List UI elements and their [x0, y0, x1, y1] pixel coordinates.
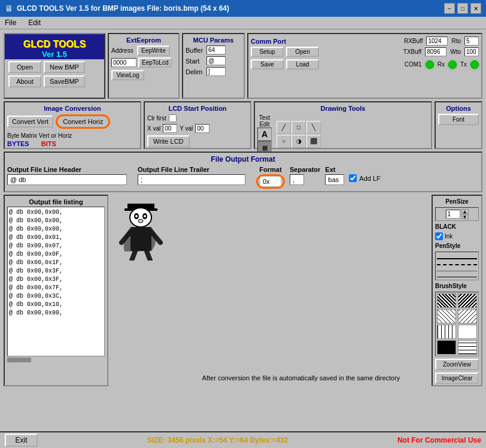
scrollbar-thumb: [7, 358, 31, 362]
brush-8[interactable]: [458, 340, 477, 355]
new-bmp-button[interactable]: New BMP: [44, 61, 85, 73]
listing-box[interactable]: @ db 0x00,0x00,@ db 0x00,0x00,@ db 0x00,…: [7, 207, 105, 356]
eep-to-lcd-button[interactable]: EepToLcd: [138, 57, 172, 68]
pen-size-up[interactable]: ▲: [461, 209, 469, 214]
pen-size-input[interactable]: [446, 210, 460, 219]
view-log-button[interactable]: ViewLog: [111, 70, 144, 80]
img-conv-title: Image Conversion: [7, 105, 138, 112]
style-thin[interactable]: [437, 273, 477, 277]
brush-style-box: [435, 292, 479, 356]
black-label: BLACK: [435, 223, 479, 230]
tx-buff-label: TXBuff: [403, 49, 421, 55]
bits-label: BITS: [41, 140, 56, 147]
open-button[interactable]: Open: [8, 61, 41, 73]
tool-grid: ╱ □ ╲ ○ ◑ ⬛: [277, 121, 321, 148]
svg-point-7: [138, 219, 143, 223]
rto-label: Rto: [451, 38, 461, 44]
convert-horiz-button[interactable]: Convert Horiz: [59, 117, 107, 126]
brush-7[interactable]: [437, 340, 456, 355]
eep-write-button[interactable]: EepWrite: [137, 46, 170, 56]
lcd-start-title: LCD Start Position: [147, 105, 248, 112]
svg-line-11: [132, 251, 135, 261]
brush-2[interactable]: [458, 293, 477, 308]
brush-3[interactable]: [437, 309, 456, 323]
clr-first-checkbox[interactable]: [169, 114, 177, 122]
wto-input[interactable]: [464, 47, 479, 56]
svg-point-6: [144, 215, 146, 217]
list-item: @ db 0x00,0x01,: [9, 234, 103, 242]
image-conversion-panel: Image Conversion Convert Vert Convert Ho…: [4, 101, 141, 149]
output-listing-panel: Output file listing @ db 0x00,0x00,@ db …: [4, 195, 108, 386]
y-val-label: Y val: [180, 125, 193, 132]
minimize-button[interactable]: −: [444, 3, 455, 14]
write-lcd-button[interactable]: Write LCD: [147, 135, 190, 147]
separator-input[interactable]: [290, 174, 304, 185]
file-output-title: File Output Format: [7, 155, 479, 164]
pen-size-down[interactable]: ▼: [461, 214, 469, 219]
x-val-input[interactable]: [163, 124, 177, 133]
tx-buff-input[interactable]: [425, 47, 446, 56]
save-button[interactable]: Save: [251, 59, 284, 69]
convert-vert-button[interactable]: Convert Vert: [7, 116, 53, 128]
style-solid[interactable]: [437, 255, 477, 259]
brush-1[interactable]: [437, 293, 456, 308]
buffer-input[interactable]: [206, 46, 226, 55]
tool-pencil[interactable]: ╱: [277, 121, 291, 134]
save-bmp-button[interactable]: SaveBMP: [44, 75, 85, 87]
edit-tool-label: Edit: [257, 121, 272, 128]
tool-rect[interactable]: □: [291, 121, 306, 134]
list-item: @ db 0x00,0x00,: [9, 208, 103, 217]
spy-image: [119, 201, 163, 261]
brush-6[interactable]: [458, 325, 477, 339]
main-content: GLCD TOOLS Ver 1.5 Open New BMP About Sa…: [0, 29, 486, 390]
about-button[interactable]: About: [8, 75, 41, 87]
address-label: Address: [111, 47, 135, 54]
status-watermark: Not For Commercial Use: [397, 436, 481, 444]
trailer-input[interactable]: [138, 174, 245, 185]
load-button[interactable]: Load: [286, 59, 319, 69]
rto-input[interactable]: [464, 37, 479, 46]
setup-button[interactable]: Setup: [251, 47, 284, 57]
format-input[interactable]: [260, 177, 281, 186]
zoom-view-button[interactable]: ZoomView: [435, 359, 479, 370]
menu-file[interactable]: File: [2, 18, 19, 28]
brush-4[interactable]: [458, 309, 477, 323]
brush-5[interactable]: [437, 325, 456, 339]
tool-line[interactable]: ╲: [306, 121, 321, 134]
menu-bar: File Edit: [0, 17, 486, 29]
delim-input[interactable]: [206, 67, 226, 76]
byte-matrix-label: Byte Matrix Vert or Horiz: [7, 132, 138, 139]
header-label: Output File Line Header: [7, 166, 133, 173]
close-button[interactable]: ✕: [470, 3, 481, 14]
y-val-input[interactable]: [195, 124, 209, 133]
brush-style-label: BrushStyle: [435, 283, 479, 289]
delim-label: Delim: [186, 68, 205, 75]
tool-fill[interactable]: ◑: [291, 135, 306, 148]
header-input[interactable]: [7, 174, 127, 185]
style-dot[interactable]: [437, 267, 477, 271]
image-clear-button[interactable]: ImageClear: [435, 373, 479, 384]
tool-eraser[interactable]: ⬛: [306, 135, 321, 148]
ink-checkbox[interactable]: [435, 232, 443, 240]
ext-eeprom-panel: ExtEeprom Address EepWrite EepToLcd View…: [108, 33, 180, 99]
add-lf-checkbox[interactable]: [349, 174, 357, 182]
rx-buff-input[interactable]: [426, 37, 448, 46]
list-item: @ db 0x00,0x0F,: [9, 250, 103, 259]
tool-circle[interactable]: ○: [277, 135, 291, 148]
svg-point-2: [130, 208, 151, 227]
font-button[interactable]: Font: [438, 114, 479, 125]
tx-led: [470, 60, 479, 69]
exit-button[interactable]: Exit: [5, 434, 38, 447]
svg-point-5: [135, 215, 138, 217]
maximize-button[interactable]: □: [457, 3, 468, 14]
comm-port-title: Comm Port: [251, 38, 286, 45]
mcu-params-panel: MCU Params Buffer Start Delim: [182, 33, 245, 99]
ext-input[interactable]: [325, 174, 344, 185]
address-input[interactable]: [111, 58, 136, 67]
menu-edit[interactable]: Edit: [26, 18, 43, 28]
text-tool-button[interactable]: A: [257, 128, 272, 141]
comm-open-button[interactable]: Open: [286, 47, 319, 57]
window-controls: − □ ✕: [444, 3, 481, 14]
start-input[interactable]: [206, 56, 226, 65]
style-dash[interactable]: [437, 261, 477, 265]
